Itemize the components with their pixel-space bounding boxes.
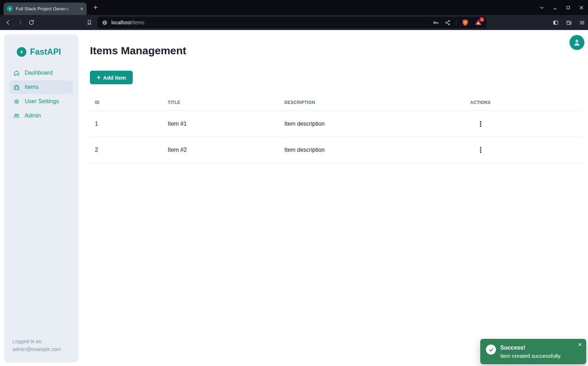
cell-title: Item #1 [162, 111, 279, 137]
sidebar-item-items[interactable]: Items [10, 80, 73, 94]
browser-tab[interactable]: Full Stack Project Genera ✕ [4, 2, 87, 15]
cell-id: 1 [89, 111, 162, 137]
users-icon [13, 112, 20, 119]
row-actions-menu-icon[interactable] [477, 120, 485, 128]
password-key-icon[interactable] [432, 19, 439, 26]
sidebar-item-admin[interactable]: Admin [10, 109, 73, 122]
success-toast: Success! Item created successfully. ✕ [480, 339, 586, 364]
cell-title: Item #2 [162, 137, 279, 163]
home-icon [13, 70, 20, 76]
logged-in-info: Logged in as: admin@example.com [12, 337, 61, 353]
sidebar-item-user-settings[interactable]: User Settings [10, 95, 73, 108]
url-bar[interactable]: localhost/items 1 [97, 17, 486, 28]
fastapi-favicon-icon [7, 6, 13, 12]
bookmark-icon[interactable] [86, 19, 92, 25]
user-avatar-button[interactable] [569, 35, 584, 50]
col-header-title: TITLE [162, 94, 279, 111]
sidebar-item-label: Items [25, 84, 39, 90]
row-actions-menu-icon[interactable] [477, 146, 485, 154]
site-info-icon[interactable] [102, 20, 108, 26]
brave-rewards-icon[interactable]: 1 [474, 19, 482, 26]
rewards-badge: 1 [480, 17, 484, 22]
toast-title: Success! [500, 344, 561, 352]
tab-search-chevron-icon[interactable] [539, 5, 544, 10]
wallet-icon[interactable] [566, 20, 572, 26]
cell-id: 2 [89, 137, 162, 163]
browser-toolbar: localhost/items 1 [0, 15, 588, 30]
back-button-icon[interactable] [5, 19, 11, 26]
tab-bar: Full Stack Project Genera ✕ + [0, 0, 588, 15]
sidebar-item-dashboard[interactable]: Dashboard [10, 66, 73, 80]
divider [456, 20, 456, 26]
plus-icon: + [97, 74, 101, 81]
briefcase-icon [13, 84, 20, 91]
share-icon[interactable] [445, 20, 451, 26]
brave-shield-icon[interactable] [462, 19, 469, 26]
logged-in-label: Logged in as: [12, 337, 61, 345]
tab-title: Full Stack Project Genera [16, 6, 73, 11]
browser-window: Full Stack Project Genera ✕ + [0, 0, 588, 366]
sidebar: FastAPI Dashboard Items [4, 34, 78, 362]
new-tab-button[interactable]: + [91, 3, 100, 12]
sidebar-nav: Dashboard Items User Settings [4, 66, 78, 122]
sidebar-item-label: User Settings [25, 98, 59, 105]
table-row: 2 Item #2 Item description [89, 137, 582, 163]
sidebar-item-label: Admin [25, 112, 41, 119]
minimize-button[interactable] [553, 5, 557, 10]
table-row: 1 Item #1 Item description [89, 111, 582, 137]
tab-close-icon[interactable]: ✕ [80, 7, 83, 11]
toast-message: Item created successfully. [500, 352, 561, 360]
cell-description: Item description [279, 137, 465, 163]
maximize-button[interactable] [566, 5, 571, 10]
page-title: Items Management [90, 45, 186, 57]
cell-description: Item description [279, 111, 465, 137]
add-item-button[interactable]: + Add Item [90, 71, 133, 84]
menu-hamburger-icon[interactable] [579, 20, 585, 26]
gear-icon [13, 98, 20, 105]
items-table: ID TITLE DESCRIPTION ACTIONS 1 Item #1 I… [89, 94, 582, 163]
reload-button-icon[interactable] [28, 19, 35, 26]
app-page: FastAPI Dashboard Items [0, 30, 588, 366]
close-window-button[interactable] [579, 5, 584, 10]
sidebar-item-label: Dashboard [25, 70, 52, 76]
forward-button-icon[interactable] [17, 19, 23, 26]
brand-logo: FastAPI [4, 34, 78, 57]
logged-in-email: admin@example.com [12, 345, 61, 353]
url-text: localhost/items [111, 20, 145, 25]
sidebar-toggle-icon[interactable] [553, 20, 559, 26]
add-item-label: Add Item [103, 75, 126, 81]
toast-close-icon[interactable]: ✕ [578, 342, 582, 347]
col-header-actions: ACTIONS [465, 94, 582, 111]
fastapi-bolt-icon [17, 47, 26, 57]
brand-name: FastAPI [30, 47, 61, 57]
check-circle-icon [486, 345, 496, 355]
table-header-row: ID TITLE DESCRIPTION ACTIONS [89, 94, 582, 111]
col-header-description: DESCRIPTION [279, 94, 465, 111]
col-header-id: ID [89, 94, 162, 111]
